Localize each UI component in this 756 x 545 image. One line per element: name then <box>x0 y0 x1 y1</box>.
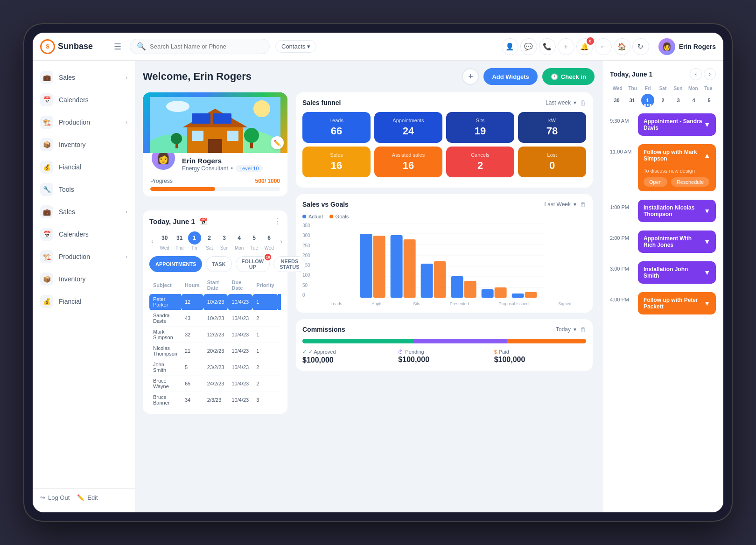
tab-needs-status[interactable]: NEEDS STATUS <box>273 256 305 272</box>
event-time-300: 3:00 PM <box>610 266 633 272</box>
sidebar-item-inventory-2[interactable]: 📦 Inventory <box>33 268 135 290</box>
sidebar-item-production-2[interactable]: 🏗️ Production › <box>33 245 135 268</box>
today-menu-button[interactable]: ⋮ <box>273 217 281 226</box>
cell-status: Pending <box>278 327 281 343</box>
funnel-assisted-sales: Assisted sales 16 <box>374 147 442 177</box>
phone-icon-button[interactable]: 📞 <box>539 38 556 55</box>
event-appointment-rich[interactable]: Appointment With Rich Jones ▼ <box>638 231 716 253</box>
progress-bar <box>150 187 280 191</box>
event-reschedule-button[interactable]: Reschedule <box>671 177 709 187</box>
nav-icons: 👤 💬 📞 + 🔔 8 ← 🏠 ↻ <box>502 38 649 55</box>
home-icon-button[interactable]: 🏠 <box>614 38 630 55</box>
event-installation-nicolas[interactable]: Installation Nicolas Thompson ▼ <box>638 200 716 222</box>
rp-date-1[interactable]: 1 <box>641 94 654 107</box>
checkin-button[interactable]: 🕐 Check in <box>542 68 595 85</box>
approved-stat: ✓ ✓ Approved $100,000 <box>302 349 394 364</box>
tab-task[interactable]: TASK <box>206 256 231 272</box>
cal-prev-button[interactable]: ‹ <box>149 237 155 246</box>
table-row[interactable]: Peter Parker 12 10/2/23 10/4/23 1 Pendin… <box>149 294 281 310</box>
sidebar-item-financial-1[interactable]: 💰 Fiancial <box>33 156 135 178</box>
rp-date-2[interactable]: 2 <box>657 94 670 107</box>
table-row[interactable]: Bruce Banner 34 2/3/23 10/4/23 3 Stalled <box>149 392 281 408</box>
cell-hours: 12 <box>181 294 203 310</box>
chat-icon-button[interactable]: 💬 <box>520 38 537 55</box>
profile-banner-image <box>143 92 287 153</box>
sidebar-item-financial-2[interactable]: 💰 Fiancial <box>33 290 135 313</box>
search-input[interactable] <box>150 43 263 50</box>
back-icon-button[interactable]: ← <box>595 38 612 55</box>
table-row[interactable]: Sandra Davis 43 10/2/23 10/4/23 2 Comple… <box>149 310 281 327</box>
col-subject: Subject <box>149 277 181 294</box>
table-row[interactable]: John Smith 5 23/2/23 10/4/23 2 Completed <box>149 359 281 376</box>
sidebar-item-inventory-1[interactable]: 📦 Inventory <box>33 133 135 156</box>
tab-followup[interactable]: FOLLOW UP 10 <box>236 256 270 272</box>
rp-date-3[interactable]: 3 <box>672 94 685 107</box>
rp-next-button[interactable]: › <box>704 68 716 80</box>
add-widgets-button[interactable]: Add Widgets <box>483 68 537 85</box>
svg-rect-27 <box>403 239 415 298</box>
logout-button[interactable]: ↪ Log Out <box>40 494 70 501</box>
sidebar-item-sales-2[interactable]: 💼 Sales › <box>33 201 135 223</box>
rp-date-4[interactable]: 4 <box>687 94 700 107</box>
mini-calendar: ‹ 30 Wed 31 Thu <box>149 231 281 251</box>
event-appointment-sandra[interactable]: Appointment - Sandra Davis ▼ <box>638 113 716 136</box>
contacts-dropdown[interactable]: Contacts ▾ <box>275 40 316 53</box>
event-installation-john[interactable]: Installation John Smith ▼ <box>638 261 716 284</box>
event-followup-mark[interactable]: Follow up with Mark Simpson ▲ To discuss… <box>638 144 716 191</box>
event-chevron-icon-3: ▼ <box>704 238 710 245</box>
cell-subject: Nicolas Thompson <box>149 343 181 359</box>
sidebar-item-sales-1[interactable]: 💼 Sales › <box>33 66 135 89</box>
refresh-icon-button[interactable]: ↻ <box>632 38 649 55</box>
event-time-200: 2:00 PM <box>610 235 633 241</box>
today-header: Today, June 1 📅 ⋮ <box>149 217 281 226</box>
event-time-930: 9:30 AM <box>610 118 633 124</box>
add-button[interactable]: + <box>462 68 479 85</box>
content-area: Welcome, Erin Rogers + Add Widgets 🕐 Che… <box>135 61 602 512</box>
rp-prev-button[interactable]: ‹ <box>690 68 702 80</box>
add-icon-button[interactable]: + <box>558 38 574 55</box>
cell-hours: 5 <box>181 359 203 376</box>
sidebar-item-calendars-1[interactable]: 📅 Calenders <box>33 89 135 111</box>
rp-date-30[interactable]: 30 <box>610 94 623 107</box>
funnel-sales: Sales 16 <box>302 147 371 177</box>
edit-banner-button[interactable]: ✏️ <box>271 136 284 149</box>
cal-next-button[interactable]: › <box>279 237 285 246</box>
funnel-grid: Leads 66 Appointments 24 Sits 19 <box>302 112 586 177</box>
event-open-button[interactable]: Open <box>644 177 667 187</box>
sidebar-bottom: ↪ Log Out ✏️ Edit <box>33 488 135 507</box>
commissions-filter[interactable]: Today ▾ <box>556 326 576 333</box>
svg-point-2 <box>166 101 189 112</box>
table-container[interactable]: Subject Hours Start Date Due Date Priori… <box>149 277 281 407</box>
table-row[interactable]: Mark Simpson 32 12/2/23 10/4/23 1 Pendin… <box>149 327 281 343</box>
commissions-bar <box>302 339 586 343</box>
tab-appointments[interactable]: APPOINTMENTS <box>149 256 202 272</box>
funnel-filter[interactable]: Last week ▾ <box>546 99 576 106</box>
search-bar: 🔍 <box>130 39 270 54</box>
bell-icon-button[interactable]: 🔔 8 <box>576 38 593 55</box>
inventory-icon: 📦 <box>40 138 53 151</box>
sidebar-label-financial-2: Fiancial <box>59 298 81 305</box>
today-section: Today, June 1 📅 ⋮ ‹ 30 <box>143 210 287 414</box>
edit-button[interactable]: ✏️ Edit <box>77 494 98 501</box>
commissions-delete-button[interactable]: 🗑 <box>580 326 586 333</box>
event-followup-peter[interactable]: Follow up with Peter Packett ▼ <box>638 292 716 314</box>
rp-date-5[interactable]: 5 <box>703 94 716 107</box>
chevron-down-icon: ▾ <box>307 43 310 50</box>
chart-filter[interactable]: Last Week ▾ <box>545 201 576 208</box>
table-row[interactable]: Nicolas Thompson 21 20/2/23 10/4/23 1 Co… <box>149 343 281 359</box>
commissions-filter-chevron-icon: ▾ <box>574 326 576 333</box>
chart-delete-button[interactable]: 🗑 <box>580 201 586 208</box>
dot-sep: • <box>231 165 233 172</box>
chart-legend: Actual Goals <box>302 214 586 219</box>
rp-date-31[interactable]: 31 <box>626 94 639 107</box>
table-row[interactable]: Bruce Wayne 65 24/2/23 10/4/23 2 Stalled <box>149 376 281 392</box>
user-icon-button[interactable]: 👤 <box>502 38 518 55</box>
sidebar-item-production-1[interactable]: 🏗️ Production › <box>33 111 135 133</box>
hamburger-button[interactable]: ☰ <box>111 39 124 55</box>
sidebar-item-tools[interactable]: 🔧 Tools <box>33 178 135 201</box>
production-icon: 🏗️ <box>40 116 53 129</box>
event-expand-icon: ▲ <box>704 152 710 159</box>
calendar-icon: 📅 <box>199 217 208 226</box>
funnel-delete-button[interactable]: 🗑 <box>580 99 586 106</box>
sidebar-item-calendars-2[interactable]: 📅 Calenders <box>33 223 135 245</box>
